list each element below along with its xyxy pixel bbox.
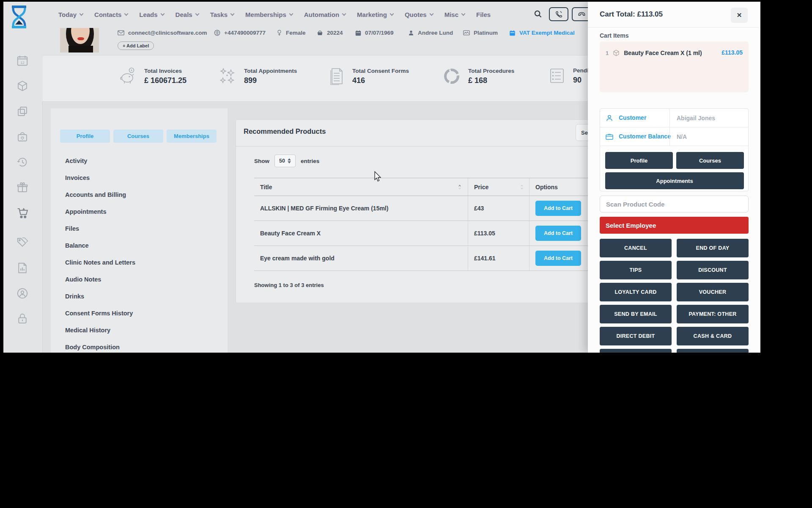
contact-email[interactable]: connect@clinicsoftware.com bbox=[118, 30, 207, 36]
nav-memberships[interactable]: Memberships bbox=[245, 11, 293, 18]
add-to-cart-button[interactable]: Add to Cart bbox=[535, 226, 581, 241]
app-logo-icon[interactable] bbox=[8, 5, 30, 29]
discount-button[interactable]: DISCOUNT bbox=[677, 261, 749, 279]
cart-courses-button[interactable]: Courses bbox=[676, 152, 744, 169]
chevron-down-icon bbox=[124, 11, 129, 16]
nav-label: Today bbox=[58, 11, 77, 18]
cart-profile-button[interactable]: Profile bbox=[605, 152, 673, 169]
search-icon[interactable] bbox=[533, 9, 543, 19]
cart-panel: Cart Total: £113.05 ✕ Cart Items 1 Beaut… bbox=[588, 2, 760, 353]
shopping-bag-icon[interactable] bbox=[16, 130, 29, 143]
copy-icon[interactable] bbox=[16, 105, 29, 118]
cart-action-partial[interactable] bbox=[677, 349, 749, 353]
cart-item[interactable]: 1 Beauty Face Cream X (1 ml) £113.05 bbox=[600, 41, 749, 92]
contact-tier: Platinum bbox=[463, 30, 498, 36]
menu-item-activity[interactable]: Activity bbox=[65, 152, 135, 169]
contact-avatar[interactable] bbox=[60, 28, 99, 52]
nav-contacts[interactable]: Contacts bbox=[94, 11, 128, 18]
nav-misc[interactable]: Misc bbox=[444, 11, 465, 18]
add-to-cart-button[interactable]: Add to Cart bbox=[535, 251, 581, 266]
voucher-button[interactable]: VOUCHER bbox=[677, 283, 749, 301]
menu-item-balance[interactable]: Balance bbox=[65, 237, 135, 254]
recommended-products-card: Recommended Products Sel Show 50 entries… bbox=[236, 119, 599, 303]
nav-leads[interactable]: Leads bbox=[139, 11, 164, 18]
customer-box: Customer Abigail Jones Customer Balance … bbox=[600, 108, 749, 191]
nav-deals[interactable]: Deals bbox=[176, 11, 199, 18]
menu-item-accounts-billing[interactable]: Accounts and Billing bbox=[65, 186, 135, 203]
end-of-day-button[interactable]: END OF DAY bbox=[677, 239, 749, 257]
add-label-button[interactable]: + Add Label bbox=[118, 41, 154, 50]
phone-icon bbox=[555, 10, 563, 18]
loyalty-card-button[interactable]: LOYALTY CARD bbox=[600, 283, 672, 301]
payment-other-button[interactable]: PAYMENT: OTHER bbox=[677, 305, 749, 323]
sort-icon[interactable] bbox=[519, 184, 525, 190]
nav-marketing[interactable]: Marketing bbox=[357, 11, 393, 18]
cart-actions-grid: CANCEL END OF DAY TIPS DISCOUNT LOYALTY … bbox=[600, 239, 749, 353]
customer-balance-value: N/A bbox=[669, 127, 687, 146]
menu-item-audio-notes[interactable]: Audio Notes bbox=[65, 271, 135, 288]
tab-memberships[interactable]: Memberships bbox=[167, 130, 217, 143]
menu-item-body-composition[interactable]: Body Composition bbox=[65, 339, 135, 353]
menu-item-appointments[interactable]: Appointments bbox=[65, 203, 135, 220]
nav-quotes[interactable]: Quotes bbox=[405, 11, 433, 18]
tab-profile[interactable]: Profile bbox=[60, 130, 110, 143]
chevron-down-icon bbox=[80, 11, 84, 16]
scan-product-code-input[interactable] bbox=[600, 196, 749, 213]
document-icon bbox=[328, 66, 346, 86]
package-icon[interactable] bbox=[16, 80, 29, 92]
add-to-cart-button[interactable]: Add to Cart bbox=[535, 201, 581, 216]
contact-gender: Female bbox=[277, 30, 306, 36]
close-icon[interactable]: ✕ bbox=[731, 8, 748, 23]
menu-item-consent-forms-history[interactable]: Consent Forms History bbox=[65, 305, 135, 322]
menu-item-invoices[interactable]: Invoices bbox=[65, 169, 135, 186]
report-icon[interactable] bbox=[16, 262, 29, 274]
product-price-cell: £43 bbox=[468, 196, 529, 221]
gift-icon[interactable] bbox=[16, 181, 29, 194]
nav-label: Quotes bbox=[405, 11, 427, 18]
history-icon[interactable] bbox=[16, 156, 29, 168]
entries-label: entries bbox=[301, 158, 319, 164]
nav-label: Memberships bbox=[245, 11, 286, 18]
direct-debit-button[interactable]: DIRECT DEBIT bbox=[600, 327, 672, 345]
contact-phone[interactable]: +447490009777 bbox=[214, 30, 266, 36]
phone-dialer-button[interactable] bbox=[549, 7, 568, 21]
lock-icon[interactable] bbox=[16, 312, 29, 325]
send-by-email-button[interactable]: SEND BY EMAIL bbox=[600, 305, 672, 323]
cash-and-card-button[interactable]: CASH & CARD bbox=[677, 327, 749, 345]
tab-courses[interactable]: Courses bbox=[113, 130, 163, 143]
tags-icon[interactable] bbox=[16, 236, 29, 249]
cart-action-partial[interactable] bbox=[600, 349, 672, 353]
vat-badge-icon bbox=[509, 30, 516, 36]
menu-item-drinks[interactable]: Drinks bbox=[65, 288, 135, 305]
sort-icon[interactable] bbox=[457, 184, 463, 190]
contact-vat-status[interactable]: VAT Exempt Medical bbox=[509, 30, 575, 36]
page-size-select[interactable]: 50 bbox=[274, 155, 296, 167]
button-label: Select Employee bbox=[606, 222, 656, 229]
account-icon[interactable] bbox=[16, 287, 29, 300]
cart-appointments-button[interactable]: Appointments bbox=[605, 172, 744, 189]
cart-icon[interactable] bbox=[16, 207, 29, 219]
select-employee-button[interactable]: Select Employee bbox=[600, 217, 749, 234]
menu-item-files[interactable]: Files bbox=[65, 220, 135, 237]
column-header-price[interactable]: Price bbox=[468, 178, 529, 196]
column-header-title[interactable]: Title bbox=[254, 178, 468, 196]
customer-value: Abigail Jones bbox=[669, 109, 715, 127]
stat-value: £ 160671.25 bbox=[144, 76, 187, 85]
calendar-icon[interactable]: 12 bbox=[16, 54, 29, 67]
nav-files[interactable]: Files bbox=[476, 11, 491, 18]
menu-item-medical-history[interactable]: Medical History bbox=[65, 322, 135, 339]
tips-button[interactable]: TIPS bbox=[600, 261, 672, 279]
nav-automation[interactable]: Automation bbox=[304, 11, 346, 18]
customer-balance-row[interactable]: Customer Balance N/A bbox=[600, 127, 748, 146]
menu-item-clinic-notes[interactable]: Clinic Notes and Letters bbox=[65, 254, 135, 271]
nav-tasks[interactable]: Tasks bbox=[210, 11, 234, 18]
contact-gender-text: Female bbox=[286, 30, 306, 36]
contact-owner-text: Andree Lund bbox=[418, 30, 453, 36]
customer-row[interactable]: Customer Abigail Jones bbox=[600, 109, 748, 127]
cart-item-name: Beauty Face Cream X (1 ml) bbox=[624, 50, 702, 56]
nav-today[interactable]: Today bbox=[58, 11, 83, 18]
button-label: Courses bbox=[699, 157, 721, 164]
nav-label: Files bbox=[476, 11, 491, 18]
cancel-button[interactable]: CANCEL bbox=[600, 239, 672, 257]
avatar-art bbox=[77, 37, 84, 40]
